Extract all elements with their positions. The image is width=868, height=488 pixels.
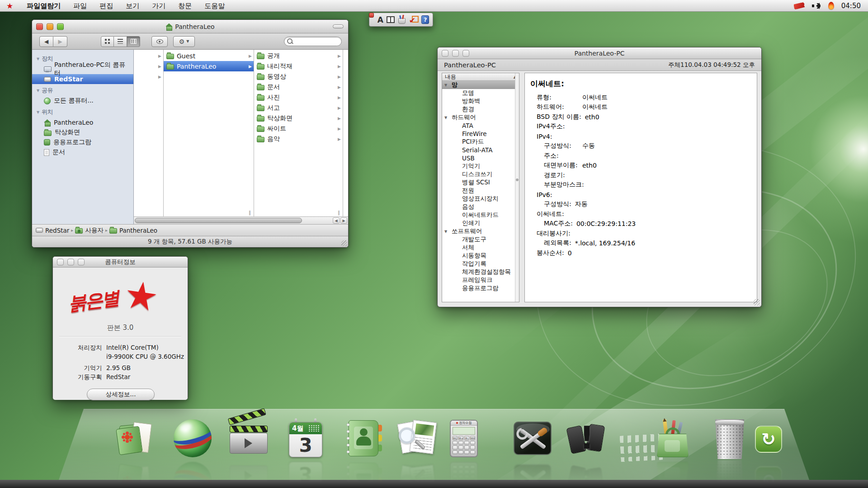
- dock-item-web-browser[interactable]: [172, 418, 213, 459]
- split-view-icon[interactable]: [387, 16, 395, 23]
- computer-info-titlebar[interactable]: 콤퓨터정보: [53, 257, 188, 267]
- column-row[interactable]: ▶: [134, 51, 163, 61]
- tree-row[interactable]: 환경: [442, 105, 515, 113]
- dock-item-file-manager[interactable]: [117, 418, 158, 459]
- dock-item-stationery[interactable]: [652, 418, 693, 459]
- tree-row[interactable]: 기억기: [442, 162, 515, 170]
- pen-cup-icon[interactable]: [398, 18, 406, 24]
- breadcrumb[interactable]: PantheraLeo: [109, 227, 157, 234]
- stamp-check-icon[interactable]: [409, 15, 418, 24]
- tree-row[interactable]: 시동항목: [442, 252, 515, 260]
- dock-item-recycler[interactable]: [748, 418, 789, 459]
- menubar-item[interactable]: 파일: [67, 0, 93, 12]
- scroll-right-button[interactable]: ▶: [340, 217, 347, 224]
- zoom-button[interactable]: [462, 50, 469, 56]
- scroll-left-button[interactable]: ◀: [333, 217, 340, 224]
- tree-row[interactable]: 방화벽: [442, 97, 515, 105]
- disclosure-triangle-icon[interactable]: ▼: [444, 83, 447, 87]
- red-flag-icon[interactable]: [793, 2, 805, 9]
- tree-row[interactable]: 음성: [442, 203, 515, 211]
- icon-view-button[interactable]: [101, 36, 114, 47]
- help-book-icon[interactable]: ?: [421, 15, 429, 24]
- tree-row[interactable]: ▼망: [442, 81, 515, 89]
- folder-row[interactable]: 서고▶: [254, 103, 343, 113]
- sidebar-section-header[interactable]: ▼공유: [32, 84, 133, 96]
- toolbar-toggle-button[interactable]: [333, 24, 344, 28]
- details-button[interactable]: 상세정보...: [87, 389, 155, 400]
- tree-row[interactable]: 서체: [442, 244, 515, 252]
- quick-look-button[interactable]: [151, 36, 168, 47]
- dock-item-document-viewer[interactable]: [396, 418, 438, 459]
- folder-row[interactable]: 내리적재▶: [254, 61, 343, 71]
- minimize-button[interactable]: [452, 50, 459, 56]
- panel-splitter[interactable]: [519, 73, 524, 302]
- dock-item-address-book[interactable]: [342, 418, 384, 459]
- menubar-item[interactable]: 도움말: [198, 0, 231, 12]
- file-manager-titlebar[interactable]: PantheraLeo: [32, 20, 348, 33]
- tree-row[interactable]: 인쇄기: [442, 219, 515, 227]
- tree-row[interactable]: 작업기록: [442, 260, 515, 268]
- action-menu-button[interactable]: ⚙▼: [173, 36, 195, 47]
- tree-row[interactable]: Serial-ATA: [442, 146, 515, 154]
- disclosure-triangle-icon[interactable]: ▼: [444, 116, 447, 120]
- tool-palette[interactable]: A ?: [369, 13, 433, 27]
- dock-item-calendar[interactable]: 4월34월3: [285, 418, 326, 459]
- tree-row[interactable]: 전원: [442, 187, 515, 195]
- scrollbar-thumb[interactable]: [135, 218, 302, 223]
- list-view-button[interactable]: [114, 36, 127, 47]
- column-resize-handle[interactable]: ‖: [338, 210, 342, 216]
- folder-row[interactable]: Guest▶: [164, 51, 254, 61]
- sidebar-item[interactable]: PantheraLeo-PC의 콤퓨터: [32, 64, 133, 74]
- back-button[interactable]: ◀: [39, 36, 53, 47]
- tree-row[interactable]: PCI카드: [442, 138, 515, 146]
- resize-grip[interactable]: [341, 240, 347, 246]
- sidebar-item[interactable]: 응용프로그람: [32, 137, 133, 147]
- breadcrumb[interactable]: RedStar: [36, 227, 69, 234]
- folder-row[interactable]: 사진▶: [254, 92, 343, 103]
- column-row[interactable]: ▶: [134, 61, 163, 71]
- sidebar-item[interactable]: PantheraLeo: [32, 117, 133, 127]
- text-tool-icon[interactable]: A: [377, 15, 383, 24]
- menu-bar-clock[interactable]: 04:50: [841, 2, 861, 10]
- tree-row[interactable]: 응용프로그람: [442, 284, 515, 292]
- tree-row[interactable]: USB: [442, 154, 515, 162]
- sidebar-item[interactable]: 문서: [32, 147, 133, 157]
- tree-row[interactable]: 디스크쓰기: [442, 170, 515, 178]
- zoom-button[interactable]: [78, 258, 85, 265]
- list-scrollbar[interactable]: [515, 73, 519, 302]
- column-row[interactable]: ▶: [134, 71, 163, 82]
- dock-item-media-player[interactable]: [228, 418, 270, 459]
- menubar-item[interactable]: 가기: [146, 0, 172, 12]
- dock-item-system-settings[interactable]: [512, 418, 553, 459]
- tree-row[interactable]: 프레임워크: [442, 276, 515, 284]
- menubar-item[interactable]: 편집: [93, 0, 119, 12]
- minimize-button[interactable]: [47, 23, 53, 30]
- tree-row[interactable]: ▼하드웨어: [442, 113, 515, 122]
- disclosure-triangle-icon[interactable]: ▼: [444, 230, 447, 234]
- close-button[interactable]: [442, 50, 448, 56]
- contents-list-header[interactable]: 내용 ▲: [442, 73, 519, 81]
- search-field[interactable]: [284, 37, 342, 46]
- tree-row[interactable]: ATA: [442, 122, 515, 130]
- folder-row[interactable]: 음악▶: [254, 134, 343, 144]
- tree-row[interactable]: 이써네트카드: [442, 211, 515, 219]
- menubar-item[interactable]: 창문: [172, 0, 198, 12]
- tree-row[interactable]: 모뎀: [442, 89, 515, 97]
- resize-grip[interactable]: [754, 299, 760, 305]
- dock-item-trash[interactable]: [709, 418, 750, 459]
- dock-item-organizer[interactable]: 전자수첩MCM+M-MR전자수첩MCM+M-MR: [443, 418, 485, 459]
- sidebar-item[interactable]: 모든 콤퓨터...: [32, 96, 133, 106]
- column-resize-handle[interactable]: ‖: [249, 210, 253, 216]
- system-info-titlebar[interactable]: PantheraLeo-PC: [438, 47, 761, 59]
- close-button[interactable]: [57, 258, 64, 265]
- menubar-item[interactable]: 파일열람기: [20, 0, 67, 12]
- sidebar-item[interactable]: 탁상화면: [32, 127, 133, 137]
- folder-row[interactable]: 탁상화면▶: [254, 113, 343, 123]
- tree-row[interactable]: 체계환경설정항목: [442, 268, 515, 276]
- volume-icon[interactable]: [812, 2, 821, 9]
- folder-row[interactable]: PantheraLeo▶: [164, 61, 254, 71]
- tree-row[interactable]: ▼쏘프트웨어: [442, 227, 515, 235]
- red-star-logo-icon[interactable]: ★: [0, 0, 20, 12]
- sidebar-section-header[interactable]: ▼위치: [32, 106, 133, 117]
- folder-row[interactable]: 공개▶: [254, 51, 343, 61]
